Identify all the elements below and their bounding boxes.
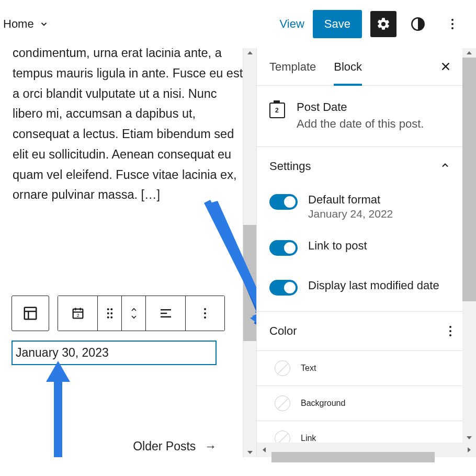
home-link[interactable]: Home <box>0 17 49 31</box>
svg-marker-19 <box>247 451 253 454</box>
color-panel-title: Color <box>269 324 297 338</box>
scroll-down-icon[interactable] <box>462 433 476 443</box>
color-swatch-empty-icon <box>275 360 290 376</box>
scroll-up-icon[interactable] <box>462 48 476 58</box>
scrollbar-thumb[interactable] <box>271 452 435 462</box>
svg-point-12 <box>110 312 112 314</box>
scroll-up-icon[interactable] <box>243 48 256 58</box>
block-toolbar-group: 2 <box>58 296 225 331</box>
color-swatch-empty-icon <box>275 395 290 411</box>
scroll-down-icon[interactable] <box>243 448 256 457</box>
block-more-options[interactable] <box>185 296 225 331</box>
block-header: Post Date Add the date of this post. <box>257 86 463 147</box>
default-format-label: Default format <box>308 193 393 207</box>
close-sidebar-button[interactable] <box>440 60 451 76</box>
toggle-link-to-post[interactable] <box>269 240 298 256</box>
svg-point-14 <box>110 316 112 319</box>
color-text-label: Text <box>301 364 316 373</box>
block-title: Post Date <box>297 100 424 114</box>
settings-panel-title: Settings <box>269 160 311 173</box>
scrollbar-thumb[interactable] <box>462 58 476 301</box>
top-toolbar: Home View Save <box>0 0 476 48</box>
home-label: Home <box>3 17 34 31</box>
post-date-icon <box>269 103 285 118</box>
arrow-right-icon: → <box>205 439 217 453</box>
svg-point-11 <box>107 312 109 314</box>
setting-link-to-post: Link to post <box>257 228 463 267</box>
sidebar-tabs: Template Block <box>257 48 463 86</box>
top-right-actions: View Save <box>280 10 466 38</box>
color-background-label: Background <box>301 399 345 408</box>
more-options-button[interactable] <box>439 11 466 37</box>
svg-marker-25 <box>467 51 472 54</box>
toggle-display-modified[interactable] <box>269 280 298 296</box>
setting-default-format: Default format January 24, 2022 <box>257 186 463 228</box>
svg-point-13 <box>107 316 109 319</box>
settings-panel-header[interactable]: Settings <box>257 147 463 186</box>
post-excerpt: condimentum, urna erat lacinia ante, a t… <box>13 48 244 205</box>
color-text-row[interactable]: Text <box>257 350 463 386</box>
svg-marker-26 <box>467 436 472 439</box>
color-link-label: Link <box>301 434 316 443</box>
svg-point-9 <box>107 308 109 310</box>
chevron-down-icon <box>39 19 49 29</box>
drag-handle[interactable] <box>97 296 121 331</box>
display-modified-label: Display last modified date <box>308 279 439 292</box>
svg-rect-1 <box>25 308 37 320</box>
svg-text:2: 2 <box>76 313 79 318</box>
settings-button[interactable] <box>370 11 396 37</box>
chevron-up-icon <box>440 160 450 173</box>
main-area: condimentum, urna erat lacinia ante, a t… <box>0 48 476 457</box>
view-link[interactable]: View <box>280 17 304 31</box>
more-dots-icon[interactable] <box>449 326 451 336</box>
color-panel: Color Text Background Link <box>257 312 463 456</box>
color-background-row[interactable]: Background <box>257 386 463 421</box>
settings-panel: Settings Default format January 24, 2022… <box>257 147 463 312</box>
block-description: Add the date of this post. <box>297 117 424 131</box>
align-button[interactable] <box>145 296 185 331</box>
more-dots-icon <box>451 19 454 29</box>
older-posts-link[interactable]: Older Posts → <box>117 439 232 454</box>
block-toolbar: 2 <box>12 296 225 331</box>
setting-display-modified: Display last modified date <box>257 267 463 311</box>
tab-block[interactable]: Block <box>334 48 362 86</box>
move-up-down[interactable] <box>121 296 145 331</box>
older-posts-label: Older Posts <box>133 439 196 453</box>
tab-template[interactable]: Template <box>269 60 316 74</box>
sidebar: Template Block Post Date Add the date of… <box>256 48 476 457</box>
editor-scrollbar[interactable] <box>243 48 256 457</box>
scrollbar-thumb[interactable] <box>243 225 256 341</box>
default-format-value: January 24, 2022 <box>308 208 393 220</box>
svg-marker-28 <box>468 447 471 452</box>
scroll-left-icon[interactable] <box>257 443 271 457</box>
toggle-default-format[interactable] <box>269 194 298 210</box>
scroll-right-icon[interactable] <box>462 443 476 457</box>
sidebar-h-scrollbar[interactable] <box>257 443 476 457</box>
sidebar-scrollbar[interactable] <box>462 48 476 443</box>
styles-button[interactable] <box>405 11 431 37</box>
block-type-button[interactable]: 2 <box>58 296 97 331</box>
parent-block-button[interactable] <box>12 296 49 331</box>
svg-marker-18 <box>247 51 253 54</box>
post-date-block[interactable]: January 30, 2023 <box>12 341 217 365</box>
more-dots-icon <box>204 308 206 319</box>
save-button[interactable]: Save <box>313 10 362 38</box>
editor-pane: condimentum, urna erat lacinia ante, a t… <box>0 48 256 457</box>
color-panel-header[interactable]: Color <box>257 312 463 350</box>
svg-marker-27 <box>263 447 266 452</box>
link-to-post-label: Link to post <box>308 239 367 253</box>
svg-point-10 <box>110 308 112 310</box>
